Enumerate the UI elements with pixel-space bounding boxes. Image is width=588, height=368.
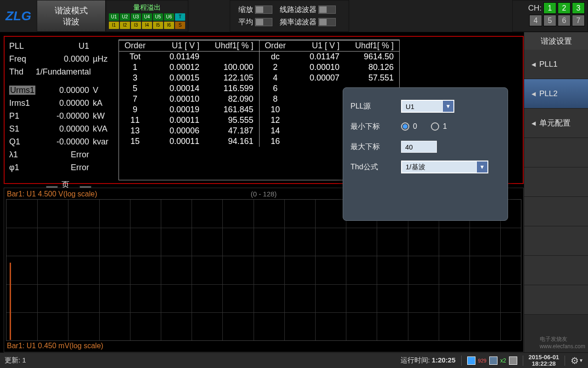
- channel-button[interactable]: 4: [529, 15, 542, 26]
- meas-key: Irms1: [9, 97, 39, 109]
- range-chip: U5: [153, 13, 163, 21]
- meas-key: PLL: [9, 40, 39, 52]
- pll-src-value: U1: [402, 103, 442, 110]
- min-idx-label: 最小下标: [351, 122, 401, 132]
- pll-src-combo[interactable]: U1 ▼: [401, 100, 454, 113]
- sidebar-item[interactable]: ◀单元配置: [524, 109, 588, 138]
- range-chip: U2: [120, 13, 130, 21]
- sidebar-item-label: 单元配置: [539, 118, 571, 128]
- max-idx-label: 最大下标: [351, 142, 401, 152]
- meas-unit: µHz: [89, 52, 110, 65]
- range-title: 量程溢出: [133, 3, 161, 12]
- zoom-toggle[interactable]: [255, 6, 272, 14]
- update-label: 更新:: [5, 356, 20, 364]
- range-chip: U6: [164, 13, 174, 21]
- mode-button[interactable]: 谐波模式 谐波: [37, 0, 106, 32]
- bar-range-label: (0 - 128): [251, 190, 277, 198]
- max-idx-field[interactable]: 40: [401, 141, 437, 153]
- range-chip: U3: [131, 13, 141, 21]
- x2-label: x2: [500, 357, 506, 364]
- sidebar-item-empty: [524, 197, 588, 226]
- line-filter-toggle[interactable]: [318, 6, 336, 14]
- meas-key: P1: [9, 109, 39, 122]
- meas-key: Thd: [9, 65, 36, 78]
- meas-value: -0.00000: [39, 109, 89, 122]
- min-idx-radio-0[interactable]: 0: [401, 122, 417, 131]
- triangle-left-icon: ◀: [531, 61, 536, 68]
- filter-toggle-panel: 缩放 线路滤波器 平均 频率滤波器: [230, 0, 349, 32]
- sidebar-item-label: PLL2: [539, 89, 558, 98]
- table-row: 10.00012100.00020.0001080.126: [119, 62, 399, 73]
- mode-value: 谐波: [63, 16, 79, 27]
- channel-button[interactable]: 5: [543, 15, 556, 26]
- range-chip: U1: [109, 13, 119, 21]
- thd-label: Thd公式: [351, 162, 401, 172]
- freq-filter-label: 频率滤波器: [280, 17, 317, 27]
- meas-unit: kVA: [89, 122, 110, 135]
- table-header: U1 [ V ]: [291, 40, 344, 52]
- table-row: Tot0.01149dc0.011479614.50: [119, 52, 399, 63]
- chevron-down-icon[interactable]: ▼: [442, 101, 453, 112]
- range-overflow-panel: 量程溢出 U1U2U3U4U5U6T I1I2I3I4I5I6S: [106, 0, 188, 32]
- channel-selector: CH: 123 4567: [512, 0, 588, 32]
- meas-unit: [89, 161, 110, 174]
- sidebar-item-empty: [524, 226, 588, 256]
- gear-icon[interactable]: ⚙: [571, 355, 579, 366]
- table-header: U1 [ V ]: [151, 40, 204, 52]
- meas-unit: kW: [89, 109, 110, 122]
- meas-value: 0.00000: [39, 122, 89, 135]
- thd-combo[interactable]: 1/基波 ▼: [401, 161, 488, 173]
- disk-icon[interactable]: [489, 356, 498, 365]
- status-time: 18:22:28: [529, 361, 560, 367]
- channel-button[interactable]: 7: [572, 15, 585, 26]
- radio-label: 0: [413, 122, 417, 131]
- runtime-label: 运行时间:: [401, 356, 430, 364]
- runtime-value: 1:20:25: [432, 356, 456, 364]
- meas-unit: V: [89, 84, 110, 97]
- meas-unit: kvar: [89, 135, 110, 148]
- channel-button[interactable]: 2: [558, 2, 571, 14]
- meas-value: 0.00000: [39, 97, 89, 109]
- chevron-down-icon[interactable]: ▼: [476, 161, 487, 172]
- freq-filter-toggle[interactable]: [318, 18, 336, 26]
- triangle-left-icon: ◀: [531, 120, 536, 126]
- sidebar-item[interactable]: ◀PLL2: [524, 79, 588, 109]
- mode-title: 谐波模式: [55, 5, 88, 16]
- meas-value: Error: [39, 161, 89, 174]
- monitor-icon[interactable]: [467, 356, 475, 365]
- update-value: 1: [22, 356, 26, 364]
- meas-value: 0.00000: [39, 84, 89, 97]
- bar-dc: [10, 263, 11, 340]
- bar-bottom-label: Bar1: U1 0.450 mV(log scale): [7, 342, 103, 350]
- channel-button[interactable]: 3: [572, 2, 585, 14]
- channel-button[interactable]: 6: [558, 15, 571, 26]
- sidebar-item-empty: [524, 256, 588, 285]
- radio-icon: [401, 122, 409, 131]
- radio-label: 1: [443, 122, 447, 131]
- sidebar-item[interactable]: ◀PLL1: [524, 50, 588, 79]
- range-chip: U4: [142, 13, 152, 21]
- table-header: Uhdf1[ % ]: [204, 40, 259, 52]
- sidebar-item-empty: [524, 285, 588, 315]
- meas-value: -0.00000: [39, 135, 89, 148]
- meas-unit: [89, 148, 110, 161]
- zoom-label: 缩放: [235, 5, 253, 15]
- sidebar-title: 谐波设置: [524, 32, 588, 50]
- meas-unit: [89, 40, 110, 52]
- sidebar-item-empty: [524, 138, 588, 167]
- range-chip: I2: [120, 22, 130, 29]
- bar-top-label: Bar1: U1 4.500 V(log scale): [7, 190, 97, 198]
- avg-toggle[interactable]: [255, 18, 272, 26]
- radio-icon: [431, 122, 439, 131]
- min-idx-radio-1[interactable]: 1: [431, 122, 447, 131]
- meas-key: Urms1: [9, 84, 39, 97]
- meas-key: Freq: [9, 52, 39, 65]
- thd-value: 1/基波: [402, 163, 476, 172]
- hdd-icon[interactable]: [509, 356, 517, 365]
- meas-value: Error: [39, 148, 89, 161]
- table-row: 30.00015122.10540.0000757.551: [119, 73, 399, 83]
- meas-unit: kA: [89, 97, 110, 109]
- channel-button[interactable]: 1: [543, 2, 556, 14]
- avg-label: 平均: [235, 17, 253, 27]
- table-header: Uhdf1[ % ]: [344, 40, 399, 52]
